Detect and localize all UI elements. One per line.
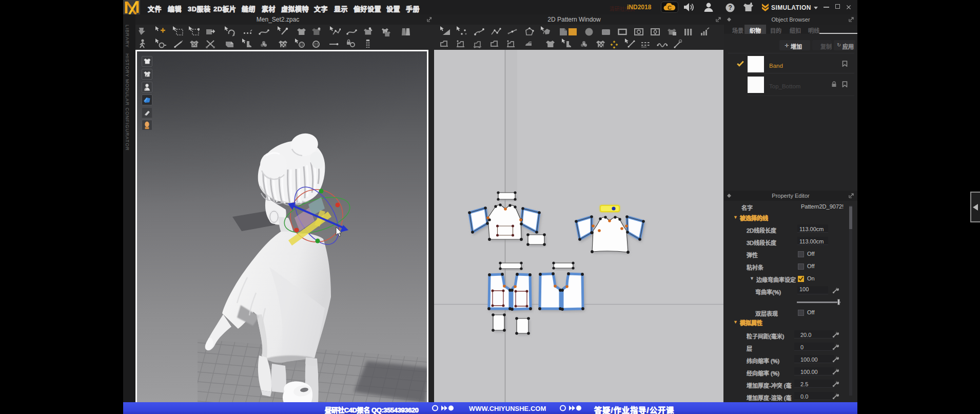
- svg-text:?: ?: [728, 4, 732, 11]
- svg-text:C: C: [668, 5, 672, 11]
